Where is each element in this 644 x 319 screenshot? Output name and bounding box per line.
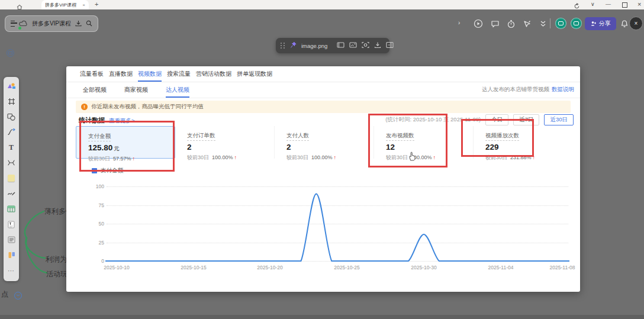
screen: 拼多多VIP课程 × + ∨ — × 拼多多VIP课程 ›	[0, 0, 644, 319]
x-axis-tick: 2025-11-08	[545, 265, 580, 270]
document-tool-icon[interactable]	[4, 217, 18, 232]
toolbar-divider	[550, 18, 550, 28]
reaction-emoji-icon[interactable]	[14, 292, 22, 299]
menu-icon[interactable]	[11, 21, 15, 27]
card-value: 2	[286, 143, 291, 152]
refresh-icon[interactable]	[574, 1, 580, 12]
browser-tab[interactable]: 拼多多VIP课程 ×	[41, 0, 89, 9]
main-tab-bar: 流量看板 直播数据 视频数据 搜索流量 营销活动数据 拼单返现数据	[66, 66, 580, 82]
timer-icon[interactable]	[505, 18, 516, 29]
analytics-dashboard-image[interactable]: 流量看板 直播数据 视频数据 搜索流量 营销活动数据 拼单返现数据 全部视频 商…	[66, 66, 580, 292]
share-label: 分享	[599, 20, 611, 28]
subtab-merchant-videos[interactable]: 商家视频	[124, 82, 148, 98]
tab-live-data[interactable]: 直播数据	[109, 66, 133, 82]
share-people-icon	[591, 21, 597, 27]
notification-bell-icon[interactable]	[619, 18, 630, 29]
search-icon[interactable]	[86, 18, 92, 29]
replace-image-icon[interactable]	[349, 40, 357, 51]
card-value: 2	[187, 143, 192, 152]
browser-tab-title: 拼多多VIP课程	[45, 2, 82, 8]
collapse-toolbar-icon[interactable]	[537, 18, 548, 29]
list-tool-icon[interactable]	[4, 232, 18, 247]
play-demo-icon[interactable]	[473, 18, 484, 29]
trend-up-icon: ↑	[234, 154, 237, 160]
data-explanation-link[interactable]: 数据说明	[552, 86, 574, 94]
user-avatar[interactable]: ×	[629, 17, 643, 30]
subtab-all-videos[interactable]: 全部视频	[83, 82, 107, 98]
home-icon[interactable]	[17, 2, 22, 12]
chevron-down-icon[interactable]: ∨	[591, 1, 595, 7]
annotation-rect-published-videos[interactable]	[368, 114, 447, 167]
sticky-note-tool-icon[interactable]	[4, 170, 18, 186]
laser-pointer-icon[interactable]	[521, 18, 532, 29]
slideshow-icon[interactable]	[337, 40, 344, 51]
x-axis-tick: 2025-10-25	[329, 265, 365, 270]
scope-note: 达人发布的本店铺带货视频	[482, 86, 549, 94]
shapes-tool-icon[interactable]	[4, 109, 18, 124]
tab-video-data[interactable]: 视频数据	[138, 66, 162, 82]
y-axis-tick: 0	[84, 258, 104, 264]
document-title: 拼多多VIP课程	[32, 20, 71, 28]
presence-badge-icon	[7, 49, 14, 57]
metric-card-pay-orders[interactable]: 支付订单数 2 较前30日100.00%↑	[175, 126, 275, 159]
media-tool-icon[interactable]	[4, 78, 18, 94]
cloud-sync-icon	[19, 18, 28, 29]
card-compare-label: 较前30日	[286, 154, 308, 160]
x-axis-tick: 2025-10-15	[176, 265, 211, 270]
mindmap-tool-icon[interactable]	[4, 155, 18, 170]
warning-banner: ! 你近期未发布视频，商品曝光低于同行平均值	[76, 101, 571, 113]
canvas-text-fragment[interactable]: 点	[1, 289, 8, 299]
tab-group-rebate-data[interactable]: 拼单返现数据	[237, 66, 272, 82]
y-axis-tick: 100	[84, 183, 104, 189]
more-tools-icon[interactable]: ⋯	[4, 263, 18, 278]
metric-card-pay-users[interactable]: 支付人数 2 较前30日100.00%↑	[275, 126, 374, 159]
tab-search-traffic[interactable]: 搜索流量	[167, 66, 191, 82]
x-axis-tick: 2025-10-10	[99, 265, 134, 270]
x-axis-tick: 2025-10-30	[406, 265, 442, 270]
sub-tab-bar: 全部视频 商家视频 达人视频 达人发布的本店铺带货视频 数据说明	[66, 82, 580, 98]
card-title: 支付人数	[286, 132, 309, 141]
annotation-rect-video-plays[interactable]	[461, 119, 534, 157]
text-tool-icon[interactable]: T	[4, 140, 18, 155]
app-header-left: 拼多多VIP课程	[5, 15, 98, 32]
restore-icon[interactable]	[622, 2, 627, 8]
download-image-icon[interactable]	[374, 40, 381, 51]
x-axis-tick: 2025-10-20	[252, 265, 288, 270]
window-close-icon[interactable]: ×	[637, 1, 641, 8]
tool-palette: T ⋯	[4, 77, 19, 281]
download-icon[interactable]	[75, 18, 82, 29]
warning-icon: !	[81, 104, 88, 110]
open-panel-icon[interactable]	[386, 40, 394, 51]
zoom-to-fit-icon[interactable]	[362, 40, 369, 51]
pen-tool-icon[interactable]	[4, 186, 18, 201]
warning-text: 你近期未发布视频，商品曝光低于同行平均值	[91, 103, 204, 111]
annotation-rect-pay-amount[interactable]	[79, 121, 175, 172]
y-axis-tick: 75	[84, 202, 104, 208]
minimize-icon[interactable]: —	[606, 1, 611, 7]
card-title: 支付订单数	[187, 132, 215, 141]
collaborator-avatar-1[interactable]	[555, 18, 566, 29]
pin-icon[interactable]	[290, 40, 297, 51]
sync-status-dot	[18, 27, 21, 30]
collapse-right-icon[interactable]: ›	[458, 20, 460, 26]
subtab-influencer-videos[interactable]: 达人视频	[166, 82, 189, 98]
drag-handle-icon[interactable]	[281, 43, 285, 48]
frame-tool-icon[interactable]	[4, 94, 18, 109]
image-toolbar: image.png	[276, 38, 389, 53]
kanban-tool-icon[interactable]	[4, 247, 18, 263]
table-tool-icon[interactable]	[4, 201, 18, 217]
card-change-value: 100.00%	[212, 154, 233, 160]
tab-traffic-board[interactable]: 流量看板	[80, 66, 104, 82]
tab-close-icon[interactable]: ×	[82, 2, 85, 8]
x-axis-tick: 2025-11-04	[483, 265, 519, 270]
comment-icon[interactable]	[490, 18, 500, 29]
range-30d-button[interactable]: 近30日	[544, 114, 574, 125]
tab-marketing-data[interactable]: 营销活动数据	[196, 66, 231, 82]
new-tab-icon[interactable]: +	[95, 1, 98, 8]
collaborator-avatar-2[interactable]	[571, 18, 582, 29]
connector-tool-icon[interactable]	[4, 124, 18, 140]
browser-tab-strip: 拼多多VIP课程 × + ∨ — ×	[0, 0, 644, 9]
share-button[interactable]: 分享	[585, 17, 616, 30]
payment-trend-line-chart	[105, 175, 569, 263]
card-change-value: 100.00%	[311, 154, 333, 160]
